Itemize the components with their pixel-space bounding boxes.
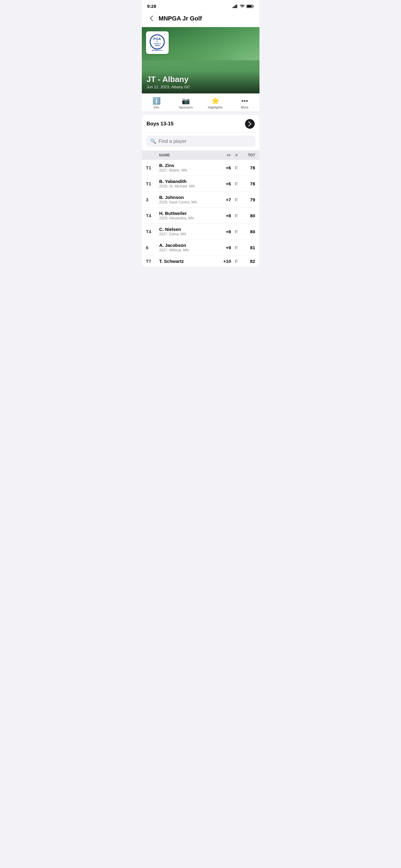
leaderboard-rows: T1 B. Zins 2027, Blaine, MN +6 F 78 T1 B…	[142, 160, 259, 267]
table-row[interactable]: T1 B. Yabandith 2026, St. Michael, MN +6…	[142, 176, 259, 192]
row-total: 79	[242, 197, 255, 202]
row-position: 6	[146, 245, 159, 250]
row-total: 78	[242, 181, 255, 186]
row-position: T1	[146, 181, 159, 186]
nav-bar: MNPGA Jr Golf	[142, 11, 259, 27]
tab-more[interactable]: ••• More	[230, 95, 259, 111]
svg-rect-3	[236, 4, 237, 8]
player-info: 2026, Sauk Centre, MN	[159, 200, 217, 204]
row-player: B. Johnson 2026, Sauk Centre, MN	[159, 195, 217, 204]
col-hole-header: #	[231, 153, 242, 157]
svg-rect-2	[235, 5, 236, 8]
row-position: T4	[146, 229, 159, 234]
table-row[interactable]: T4 H. Buttweiler 2029, Alexandria, MN +8…	[142, 208, 259, 224]
col-name-header: NAME	[159, 153, 217, 157]
player-name: C. Nielsen	[159, 227, 217, 232]
row-score: +6	[217, 165, 231, 170]
player-name: B. Johnson	[159, 195, 217, 200]
tab-info[interactable]: ℹ️ Info	[142, 95, 171, 111]
row-hole: F	[231, 229, 242, 234]
event-subtitle: Jun 12, 2023, Albany GC	[147, 85, 255, 89]
sponsors-icon: 📷	[182, 97, 190, 105]
signal-icon	[233, 4, 238, 8]
tab-highlights-label: Highlights	[208, 105, 222, 109]
row-score: +6	[217, 181, 231, 186]
player-name: A. Jacobson	[159, 243, 217, 248]
tab-bar: ℹ️ Info 📷 Sponsors ⭐ Highlights ••• More	[142, 93, 259, 112]
row-hole: F	[231, 258, 242, 264]
row-total: 82	[242, 258, 255, 264]
search-bar[interactable]: 🔍	[146, 135, 255, 147]
event-title: JT - Albany	[147, 75, 255, 84]
svg-rect-5	[247, 5, 252, 7]
tab-sponsors[interactable]: 📷 Sponsors	[171, 95, 201, 111]
search-icon: 🔍	[150, 138, 156, 144]
hero-text-container: JT - Albany Jun 12, 2023, Albany GC	[142, 71, 259, 93]
row-score: +8	[217, 213, 231, 218]
player-info: 2027, Blaine, MN	[159, 168, 217, 173]
row-player: B. Zins 2027, Blaine, MN	[159, 163, 217, 173]
table-row[interactable]: 6 A. Jacobson 2027, Willmar, MN +9 F 81	[142, 240, 259, 255]
category-label: Boys 13-15	[147, 121, 242, 127]
player-name: B. Yabandith	[159, 179, 217, 184]
table-row[interactable]: T1 B. Zins 2027, Blaine, MN +6 F 78	[142, 160, 259, 176]
row-hole: F	[231, 197, 242, 202]
row-total: 81	[242, 245, 255, 250]
row-score: +10	[217, 258, 231, 264]
row-player: T. Schwartz	[159, 258, 217, 264]
row-player: B. Yabandith 2026, St. Michael, MN	[159, 179, 217, 188]
row-total: 80	[242, 213, 255, 218]
row-player: C. Nielsen 2027, Edina, MN	[159, 227, 217, 236]
category-next-button[interactable]	[245, 119, 255, 129]
row-score: +9	[217, 245, 231, 250]
table-row[interactable]: T7 T. Schwartz +10 F 82	[142, 255, 259, 267]
row-player: A. Jacobson 2027, Willmar, MN	[159, 243, 217, 252]
row-position: T4	[146, 213, 159, 218]
table-row[interactable]: 3 B. Johnson 2026, Sauk Centre, MN +7 F …	[142, 192, 259, 208]
svg-rect-1	[234, 6, 235, 8]
row-player: H. Buttweiler 2029, Alexandria, MN	[159, 211, 217, 220]
player-name: B. Zins	[159, 163, 217, 168]
player-info: 2029, Alexandria, MN	[159, 216, 217, 220]
col-score-header: +/-	[217, 153, 231, 157]
back-button[interactable]	[147, 13, 156, 23]
row-score: +8	[217, 229, 231, 234]
row-total: 80	[242, 229, 255, 234]
tab-more-label: More	[241, 105, 248, 109]
row-score: +7	[217, 197, 231, 202]
player-info: 2027, Willmar, MN	[159, 248, 217, 252]
row-hole: F	[231, 245, 242, 250]
player-info: 2026, St. Michael, MN	[159, 184, 217, 188]
player-info: 2027, Edina, MN	[159, 232, 217, 236]
more-icon: •••	[241, 97, 248, 105]
search-container: 🔍	[142, 133, 259, 151]
svg-rect-0	[233, 7, 233, 8]
row-total: 78	[242, 165, 255, 170]
battery-icon	[247, 4, 254, 8]
row-hole: F	[231, 213, 242, 218]
highlights-icon: ⭐	[211, 97, 219, 105]
tab-info-label: Info	[153, 105, 159, 109]
info-icon: ℹ️	[152, 97, 161, 105]
table-row[interactable]: T4 C. Nielsen 2027, Edina, MN +8 F 80	[142, 224, 259, 240]
wifi-icon	[240, 4, 245, 8]
tab-highlights[interactable]: ⭐ Highlights	[201, 95, 230, 111]
organization-logo: PGA of AMERICA 1916 MINNESOTA	[146, 31, 169, 54]
table-header: NAME +/- # TOT	[142, 151, 259, 160]
leaderboard-section: Boys 13-15 🔍 NAME +/- # TOT T1 B. Zins 2…	[142, 115, 259, 267]
search-input[interactable]	[159, 138, 251, 144]
col-tot-header: TOT	[242, 153, 255, 157]
row-hole: F	[231, 165, 242, 170]
status-icons	[233, 4, 254, 8]
tab-sponsors-label: Sponsors	[179, 105, 193, 109]
status-time: 9:28	[147, 4, 156, 9]
row-position: 3	[146, 197, 159, 202]
player-name: T. Schwartz	[159, 258, 217, 264]
hero-image: PGA of AMERICA 1916 MINNESOTA JT - Alban…	[142, 27, 259, 93]
page-title: MNPGA Jr Golf	[159, 15, 202, 22]
row-position: T7	[146, 258, 159, 264]
player-name: H. Buttweiler	[159, 211, 217, 216]
category-bar: Boys 13-15	[142, 115, 259, 133]
row-hole: F	[231, 181, 242, 186]
row-position: T1	[146, 165, 159, 170]
